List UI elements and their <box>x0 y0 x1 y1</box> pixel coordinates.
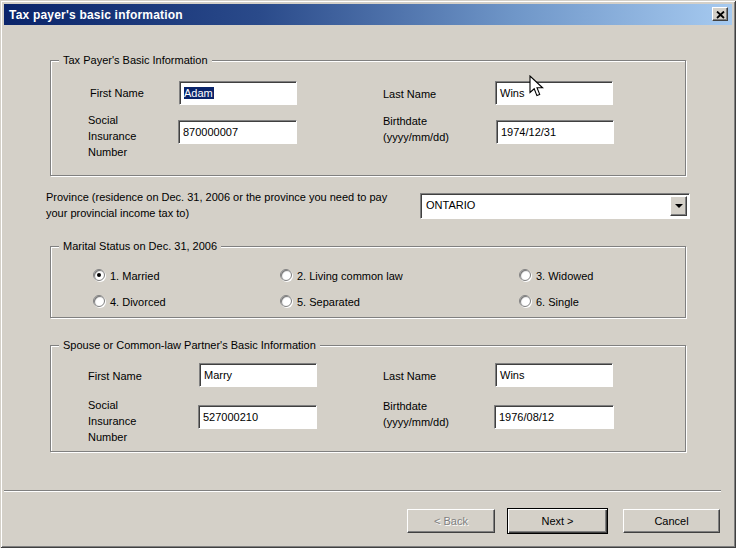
province-selected-value: ONTARIO <box>426 199 475 211</box>
spouse-last-name-field[interactable]: Wins <box>495 363 613 387</box>
last-name-label: Last Name <box>383 86 436 102</box>
marital-option-5-label[interactable]: 5. Separated <box>297 294 360 310</box>
divider <box>4 490 721 492</box>
marital-radio-1[interactable] <box>93 269 105 281</box>
spouse-sin-label: Social Insurance Number <box>88 397 152 445</box>
sin-value: 870000007 <box>183 126 238 138</box>
marital-radio-3[interactable] <box>519 269 531 281</box>
titlebar[interactable]: Tax payer's basic information <box>4 4 732 25</box>
back-button: < Back <box>407 509 495 533</box>
marital-radio-5[interactable] <box>280 295 292 307</box>
next-button[interactable]: Next > <box>507 508 608 534</box>
marital-option-1-label[interactable]: 1. Married <box>110 268 160 284</box>
close-icon <box>716 7 725 22</box>
birthdate-value: 1974/12/31 <box>501 126 556 138</box>
first-name-value: Adam <box>184 87 214 99</box>
spouse-sin-field[interactable]: 527000210 <box>198 405 317 429</box>
spouse-sin-value: 527000210 <box>203 411 258 423</box>
last-name-field[interactable]: Wins <box>495 81 613 105</box>
marital-option-6-label[interactable]: 6. Single <box>536 294 579 310</box>
first-name-field[interactable]: Adam <box>179 81 297 105</box>
taxpayer-group-legend: Tax Payer's Basic Information <box>59 53 212 67</box>
marital-radio-6[interactable] <box>519 295 531 307</box>
birthdate-label: Birthdate (yyyy/mm/dd) <box>383 113 475 145</box>
last-name-value: Wins <box>500 87 524 99</box>
cancel-button[interactable]: Cancel <box>623 509 720 533</box>
sin-field[interactable]: 870000007 <box>178 120 297 144</box>
province-dropdown-button[interactable] <box>670 196 687 216</box>
spouse-first-name-value: Marry <box>204 369 232 381</box>
birthdate-field[interactable]: 1974/12/31 <box>496 120 614 144</box>
marital-radio-4[interactable] <box>93 295 105 307</box>
marital-status-legend: Marital Status on Dec. 31, 2006 <box>59 239 221 253</box>
marital-radio-2[interactable] <box>280 269 292 281</box>
tax-payer-dialog: Tax payer's basic information Tax Payer'… <box>0 0 736 548</box>
close-button[interactable] <box>712 7 728 21</box>
spouse-birthdate-field[interactable]: 1976/08/12 <box>494 405 614 429</box>
province-label: Province (residence on Dec. 31, 2006 or … <box>46 189 398 221</box>
marital-option-2-label[interactable]: 2. Living common law <box>297 268 403 284</box>
marital-option-4-label[interactable]: 4. Divorced <box>110 294 166 310</box>
chevron-down-icon <box>675 204 683 208</box>
sin-label: Social Insurance Number <box>88 112 152 160</box>
spouse-first-name-label: First Name <box>88 368 142 384</box>
first-name-label: First Name <box>90 85 144 101</box>
spouse-first-name-field[interactable]: Marry <box>199 363 317 387</box>
spouse-birthdate-label: Birthdate (yyyy/mm/dd) <box>383 398 475 430</box>
spouse-birthdate-value: 1976/08/12 <box>499 411 554 423</box>
spouse-last-name-value: Wins <box>500 369 524 381</box>
province-dropdown[interactable]: ONTARIO <box>420 193 690 219</box>
spouse-last-name-label: Last Name <box>383 368 436 384</box>
spouse-group-legend: Spouse or Common-law Partner's Basic Inf… <box>59 338 320 352</box>
window-title: Tax payer's basic information <box>9 8 183 22</box>
marital-option-3-label[interactable]: 3. Widowed <box>536 268 593 284</box>
